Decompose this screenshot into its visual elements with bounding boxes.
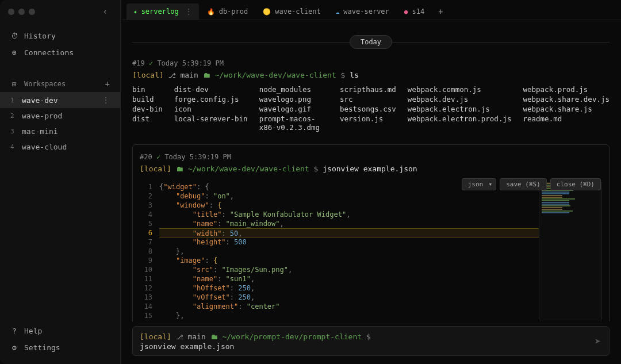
close-button[interactable]: close (⌘D) [550, 178, 601, 190]
content-scroll[interactable]: Today #19 ✓ Today 5:39:19 PM [local] mai… [121, 20, 621, 321]
add-workspace-icon[interactable]: + [105, 79, 110, 89]
connections-label: Connections [24, 48, 74, 57]
file-entry: forge.config.js [174, 95, 248, 104]
branch-icon [168, 71, 176, 79]
file-entry: node_modules [259, 85, 328, 94]
workspace-name: wave-prod [22, 112, 62, 120]
workspace-num: 2 [10, 112, 16, 120]
file-entry: src [340, 95, 396, 104]
check-icon: ✓ [156, 153, 160, 161]
cmd-meta: #20 ✓ Today 5:39:19 PM [140, 151, 602, 163]
window-controls: ‹ [0, 0, 120, 23]
send-icon[interactable]: ➤ [595, 335, 601, 347]
tab-icon: 🟡 [263, 8, 271, 16]
tab-label: wave-client [275, 7, 320, 16]
traffic-light-minimize[interactable] [18, 9, 25, 15]
ls-output: bindist-devnode_modulesscripthaus.mdwebp… [132, 84, 610, 139]
file-entry: dist-dev [174, 85, 248, 94]
file-entry: prompt-macos-x86-v0.2.3.dmg [259, 114, 328, 132]
command-input[interactable]: [local] main 🖿 ~/work/prompt-dev/prompt-… [132, 326, 610, 356]
traffic-light-close[interactable] [8, 9, 14, 15]
workspace-item-wave-prod[interactable]: 2wave-prod [0, 108, 120, 124]
workspace-item-wave-dev[interactable]: 1wave-dev⋮ [0, 92, 120, 108]
command-block-20: #20 ✓ Today 5:39:19 PM [local] 🖿 ~/work/… [132, 144, 610, 321]
tab-label: db-prod [219, 7, 248, 16]
prompt-line: [local] 🖿 ~/work/wave-dev/wave-client $ … [140, 163, 602, 178]
tab-label: wave-server [343, 7, 389, 16]
file-entry: bin [132, 85, 163, 94]
lang-select[interactable]: json [462, 178, 497, 190]
tab-label: serverlog [141, 7, 179, 16]
tab-wave-client[interactable]: 🟡wave-client [256, 3, 327, 20]
workspace-name: wave-dev [22, 96, 58, 105]
history-label: History [24, 32, 56, 40]
help-label: Help [24, 327, 42, 335]
tab-icon: ☁ [336, 8, 340, 16]
tab-db-prod[interactable]: 🔥db-prod [200, 3, 255, 20]
workspace-item-mac-mini[interactable]: 3mac-mini [0, 124, 120, 139]
file-entry: webpack.prod.js [523, 85, 610, 94]
json-toolbar: json save (⌘S) close (⌘D) [462, 178, 601, 190]
workspace-name: wave-cloud [22, 143, 67, 151]
file-entry: webpack.electron.prod.js [408, 114, 512, 132]
file-entry: local-serever-bin [174, 114, 248, 132]
connections-nav[interactable]: ⊕ Connections [0, 44, 120, 61]
save-button[interactable]: save (⌘S) [500, 178, 547, 190]
globe-icon: ⊕ [10, 49, 18, 57]
input-text[interactable]: jsonview example.json [140, 342, 602, 351]
tab-badge: ⋮ [185, 7, 192, 16]
file-entry: webpack.share.dev.js [523, 95, 610, 104]
clock-icon: ⏱ [10, 32, 18, 40]
file-entry: webpack.share.js [523, 105, 610, 113]
minimap[interactable] [539, 182, 602, 320]
file-entry: webpack.electron.js [408, 105, 512, 113]
workspace-name: mac-mini [22, 127, 58, 136]
traffic-light-zoom[interactable] [29, 9, 35, 15]
tab-wave-server[interactable]: ☁wave-server [329, 3, 396, 20]
grid-icon: ⊞ [10, 80, 18, 88]
workspace-list: 1wave-dev⋮2wave-prod3mac-mini4wave-cloud [0, 92, 120, 155]
tab-bar: ✦serverlog⋮🔥db-prod🟡wave-client☁wave-ser… [121, 0, 621, 20]
file-entry: dev-bin [132, 105, 163, 113]
tab-s14[interactable]: ●s14 [397, 3, 431, 20]
code-editor[interactable]: 123456789101112131415161718 {"widget": {… [140, 182, 602, 321]
prompt-line: [local] main 🖿 ~/work/wave-dev/wave-clie… [132, 70, 610, 84]
branch-icon [176, 332, 183, 341]
file-entry: icon [174, 105, 248, 113]
file-entry: scripthaus.md [340, 85, 396, 94]
help-icon: ? [10, 327, 18, 335]
day-separator: Today [132, 35, 610, 49]
file-entry: wavelogo.png [259, 95, 328, 104]
tab-label: s14 [412, 7, 424, 16]
tab-icon: ✦ [133, 8, 137, 16]
file-entry: webpack.dev.js [408, 95, 512, 104]
settings-nav[interactable]: ⚙ Settings [0, 339, 120, 356]
file-entry: webpack.common.js [408, 85, 512, 94]
file-entry: readme.md [523, 114, 610, 132]
gear-icon: ⚙ [10, 344, 18, 352]
workspace-num: 4 [10, 143, 16, 151]
check-icon: ✓ [149, 59, 153, 67]
day-label: Today [350, 35, 392, 49]
workspaces-label: Workspaces [24, 80, 66, 88]
history-nav[interactable]: ⏱ History [0, 28, 120, 44]
tab-icon: 🔥 [207, 8, 215, 16]
tab-serverlog[interactable]: ✦serverlog⋮ [126, 3, 199, 20]
workspace-num: 3 [10, 128, 16, 135]
file-entry: build [132, 95, 163, 104]
settings-label: Settings [24, 343, 60, 352]
cmd-meta: #19 ✓ Today 5:39:19 PM [132, 57, 610, 70]
workspaces-header: ⊞ Workspaces + [0, 74, 120, 92]
tab-icon: ● [404, 8, 408, 16]
file-entry: wavelogo.gif [259, 105, 328, 113]
file-entry: bestsongs.csv [340, 105, 396, 113]
collapse-sidebar-icon[interactable]: ‹ [103, 7, 112, 16]
workspace-more-icon[interactable]: ⋮ [102, 95, 110, 105]
workspace-item-wave-cloud[interactable]: 4wave-cloud [0, 139, 120, 155]
help-nav[interactable]: ? Help [0, 323, 120, 339]
add-tab-icon[interactable]: + [432, 3, 448, 20]
file-entry: version.js [340, 114, 396, 132]
file-entry: dist [132, 114, 163, 132]
command-block-19: #19 ✓ Today 5:39:19 PM [local] main 🖿 ~/… [132, 57, 610, 139]
sidebar: ‹ ⏱ History ⊕ Connections ⊞ Workspaces +… [0, 0, 121, 364]
